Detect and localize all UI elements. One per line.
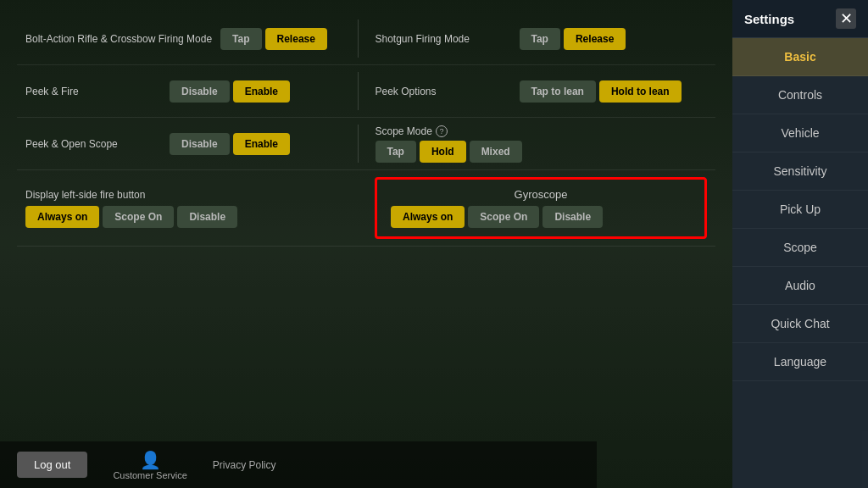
- customer-service-icon: 👤: [140, 450, 161, 470]
- scope-mode-btn-group: Tap Hold Mixed: [376, 141, 522, 163]
- gyroscope-label: Gyroscope: [391, 188, 691, 201]
- nav-item-quickchat[interactable]: Quick Chat: [732, 305, 868, 343]
- gyroscope-btn-group: Always on Scope On Disable: [391, 206, 691, 228]
- scope-mode-info-icon[interactable]: ?: [436, 125, 448, 137]
- fire-always-on-button[interactable]: Always on: [25, 206, 99, 228]
- peek-options-section: Peek Options Tap to lean Hold to lean: [359, 80, 708, 103]
- gyroscope-section: Gyroscope Always on Scope On Disable: [375, 177, 707, 239]
- fire-scope-on-button[interactable]: Scope On: [103, 206, 174, 228]
- peek-options-label: Peek Options: [376, 86, 511, 97]
- shotgun-section: Shotgun Firing Mode Tap Release: [359, 28, 708, 50]
- logout-button[interactable]: Log out: [17, 452, 87, 478]
- gyro-scope-on-button[interactable]: Scope On: [468, 206, 539, 228]
- bolt-action-btn-group: Tap Release: [220, 28, 327, 50]
- shotgun-tap-button[interactable]: Tap: [520, 28, 560, 50]
- nav-item-sensitivity[interactable]: Sensitivity: [732, 152, 868, 191]
- fire-button-label: Display left-side fire button: [25, 189, 161, 201]
- peek-fire-label: Peek & Fire: [25, 86, 161, 97]
- nav-item-controls[interactable]: Controls: [732, 76, 868, 114]
- customer-service-button[interactable]: 👤 Customer Service: [113, 450, 186, 480]
- peek-scope-disable-button[interactable]: Disable: [170, 133, 230, 155]
- bolt-action-section: Bolt-Action Rifle & Crossbow Firing Mode…: [25, 28, 358, 50]
- settings-panel: Settings ✕ Basic Controls Vehicle Sensit…: [732, 0, 868, 488]
- shotgun-release-button[interactable]: Release: [564, 28, 626, 50]
- peek-open-scope-label: Peek & Open Scope: [25, 138, 161, 150]
- peek-scope-enable-button[interactable]: Enable: [233, 133, 290, 155]
- bolt-action-label: Bolt-Action Rifle & Crossbow Firing Mode: [25, 33, 212, 45]
- scope-mode-text: Scope Mode: [376, 125, 432, 137]
- settings-header: Settings ✕: [732, 0, 868, 38]
- customer-service-label: Customer Service: [113, 470, 186, 480]
- fire-disable-button[interactable]: Disable: [177, 206, 237, 228]
- scope-mixed-button[interactable]: Mixed: [470, 141, 522, 163]
- peek-open-scope-section: Peek & Open Scope Disable Enable: [25, 133, 358, 155]
- nav-item-vehicle[interactable]: Vehicle: [732, 114, 868, 152]
- fire-button-btn-group: Always on Scope On Disable: [25, 206, 237, 228]
- shotgun-label: Shotgun Firing Mode: [376, 33, 511, 45]
- peek-fire-row: Peek & Fire Disable Enable Peek Options …: [17, 65, 715, 118]
- nav-item-language[interactable]: Language: [732, 343, 868, 381]
- peek-open-scope-btn-group: Disable Enable: [170, 133, 290, 155]
- gyroscope-section-wrapper: Gyroscope Always on Scope On Disable: [358, 177, 707, 239]
- privacy-policy-link[interactable]: Privacy Policy: [213, 459, 276, 471]
- nav-item-basic[interactable]: Basic: [732, 38, 868, 76]
- scope-tap-button[interactable]: Tap: [376, 141, 416, 163]
- peek-fire-section: Peek & Fire Disable Enable: [25, 80, 358, 103]
- nav-item-scope[interactable]: Scope: [732, 229, 868, 267]
- scope-mode-label-container: Scope Mode ?: [376, 125, 448, 137]
- gyro-always-on-button[interactable]: Always on: [391, 206, 465, 228]
- peek-fire-btn-group: Disable Enable: [170, 80, 290, 103]
- scope-mode-section: Scope Mode ? Tap Hold Mixed: [359, 125, 708, 163]
- hold-to-lean-button[interactable]: Hold to lean: [599, 80, 682, 103]
- fire-button-section: Display left-side fire button Always on …: [25, 189, 358, 228]
- settings-title: Settings: [744, 12, 794, 26]
- tap-to-lean-button[interactable]: Tap to lean: [520, 80, 596, 103]
- nav-item-audio[interactable]: Audio: [732, 267, 868, 305]
- bolt-tap-button[interactable]: Tap: [220, 28, 261, 50]
- peek-fire-enable-button[interactable]: Enable: [233, 80, 290, 103]
- peek-fire-disable-button[interactable]: Disable: [170, 80, 230, 103]
- shotgun-btn-group: Tap Release: [520, 28, 626, 50]
- peek-scope-row: Peek & Open Scope Disable Enable Scope M…: [17, 118, 715, 170]
- scope-hold-button[interactable]: Hold: [420, 141, 466, 163]
- gyro-disable-button[interactable]: Disable: [542, 206, 603, 228]
- gyroscope-row: Display left-side fire button Always on …: [17, 170, 715, 247]
- peek-options-btn-group: Tap to lean Hold to lean: [520, 80, 682, 103]
- nav-item-pickup[interactable]: Pick Up: [732, 191, 868, 229]
- bottom-bar: Log out 👤 Customer Service Privacy Polic…: [0, 441, 597, 488]
- firing-mode-row: Bolt-Action Rifle & Crossbow Firing Mode…: [17, 13, 715, 65]
- bolt-release-button[interactable]: Release: [265, 28, 327, 50]
- close-button[interactable]: ✕: [836, 8, 856, 29]
